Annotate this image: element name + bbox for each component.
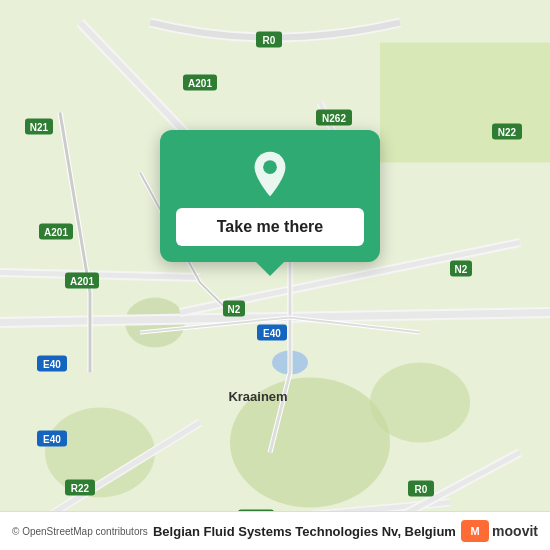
svg-text:E40: E40	[263, 328, 281, 339]
moovit-logo: M moovit	[461, 520, 538, 542]
svg-point-39	[263, 160, 277, 174]
company-name-label: Belgian Fluid Systems Technologies Nv, B…	[148, 524, 461, 539]
take-me-there-button[interactable]: Take me there	[176, 208, 364, 246]
svg-text:N262: N262	[322, 113, 346, 124]
moovit-label: moovit	[492, 523, 538, 539]
copyright-text: © OpenStreetMap contributors	[12, 526, 148, 537]
svg-text:E40: E40	[43, 359, 61, 370]
map-container: R0 N21 A201 N262 A201 A201 N2 E40 E40 E4…	[0, 0, 550, 550]
svg-text:M: M	[471, 525, 480, 537]
svg-rect-3	[380, 43, 550, 163]
svg-text:N2: N2	[455, 264, 468, 275]
svg-text:R22: R22	[71, 483, 90, 494]
location-pin-icon	[246, 150, 294, 198]
svg-text:N2: N2	[228, 304, 241, 315]
svg-text:N22: N22	[498, 127, 517, 138]
svg-text:E40: E40	[43, 434, 61, 445]
svg-text:R0: R0	[263, 35, 276, 46]
svg-text:A201: A201	[188, 78, 212, 89]
copyright-section: © OpenStreetMap contributors	[12, 526, 148, 537]
moovit-bus-icon: M	[461, 520, 489, 542]
info-bar: © OpenStreetMap contributors Belgian Flu…	[0, 511, 550, 550]
svg-text:A201: A201	[70, 276, 94, 287]
svg-text:Kraainem: Kraainem	[228, 389, 287, 404]
svg-text:A201: A201	[44, 227, 68, 238]
popup-card: Take me there	[160, 130, 380, 262]
svg-text:N21: N21	[30, 122, 49, 133]
svg-text:R0: R0	[415, 484, 428, 495]
svg-point-2	[370, 363, 470, 443]
